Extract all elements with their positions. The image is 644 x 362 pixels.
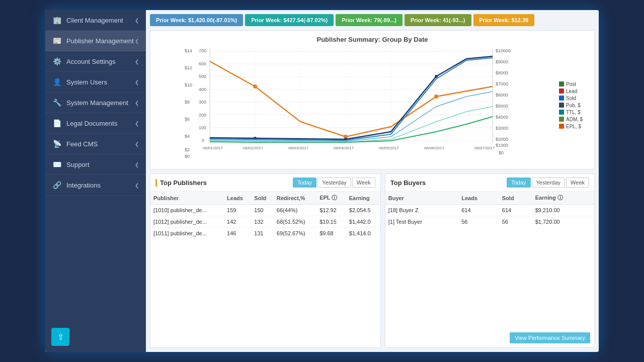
legend-label: EPL, $ xyxy=(566,124,581,129)
publishers-header: Top Publishers TodayYesterdayWeek xyxy=(150,174,380,192)
pub-tab-week[interactable]: Week xyxy=(352,177,375,188)
sidebar-label-system-users: System Users xyxy=(66,78,135,86)
publishers-table: PublisherLeadsSoldRedirect,%EPL ⓘEarning… xyxy=(150,192,380,239)
sidebar-item-system-users[interactable]: 👤 System Users ❮ xyxy=(45,72,146,93)
svg-text:$8: $8 xyxy=(185,100,190,105)
legend-label: Pub, $ xyxy=(566,103,581,108)
publishers-title: Top Publishers xyxy=(155,179,207,187)
sidebar-item-support[interactable]: ✉️ Support ❮ xyxy=(45,154,146,175)
svg-text:700: 700 xyxy=(199,48,206,53)
scroll-up-button[interactable]: ⇧ xyxy=(51,328,69,346)
legend-item-adm: ADM, $ xyxy=(559,117,589,122)
sidebar-arrow-integrations: ❮ xyxy=(135,183,139,188)
pub-cell-earning: $1,414.0 xyxy=(346,228,380,239)
sidebar-arrow-system-users: ❮ xyxy=(135,79,139,85)
pub-tab-today[interactable]: Today xyxy=(293,177,316,188)
legend-label: Sold xyxy=(566,96,576,101)
pub-col-publisher: Publisher xyxy=(150,192,224,205)
sidebar-arrow-system-management: ❮ xyxy=(135,100,139,106)
publishers-tab-group: TodayYesterdayWeek xyxy=(293,177,375,188)
pub-cell-leads: 159 xyxy=(224,205,251,216)
svg-text:$0: $0 xyxy=(499,150,504,155)
sidebar-item-legal-documents[interactable]: 📄 Legal Documents ❮ xyxy=(45,113,146,134)
buy-cell-leads: 614 xyxy=(458,205,499,216)
legend-dot xyxy=(559,96,564,101)
sidebar-label-legal-documents: Legal Documents xyxy=(66,120,135,127)
buy-table-row: [18] Buyer Z614614$9,210.00 xyxy=(385,205,594,216)
svg-text:$2: $2 xyxy=(185,147,190,152)
view-performance-button[interactable]: View Performance Summary xyxy=(510,332,590,343)
pub-cell-sold: 150 xyxy=(251,205,273,216)
pub-col-redirect: Redirect,% xyxy=(274,192,316,205)
svg-text:$4: $4 xyxy=(185,134,190,139)
buy-tab-today[interactable]: Today xyxy=(507,177,530,188)
svg-text:06/02/2017: 06/02/2017 xyxy=(243,146,264,150)
sidebar-item-client-management[interactable]: 🏢 Client Management ❮ xyxy=(45,10,146,31)
pub-cell-epl: $12.92 xyxy=(316,205,346,216)
svg-text:$6000: $6000 xyxy=(496,93,508,98)
pub-cell-redirect: 69(52.67%) xyxy=(274,228,316,239)
legend-item-sold: Sold xyxy=(559,96,589,101)
pub-cell-publisher: [1010] publisher_de... xyxy=(150,205,224,216)
legend-item-pub: Pub, $ xyxy=(559,103,589,108)
pub-cell-epl: $9.68 xyxy=(316,228,346,239)
svg-text:100: 100 xyxy=(199,125,206,130)
top-buyers-card: Top Buyers TodayYesterdayWeek BuyerLeads… xyxy=(385,173,595,348)
integrations-icon: 🔗 xyxy=(52,180,61,190)
top-publishers-card: Top Publishers TodayYesterdayWeek Publis… xyxy=(150,173,381,348)
stat-card-stat3: Prior Week: 79(-89...) xyxy=(336,14,403,26)
pub-cell-earning: $1,442.0 xyxy=(346,216,380,228)
svg-point-44 xyxy=(434,95,438,99)
buyers-title: Top Buyers xyxy=(390,179,426,187)
legend-dot xyxy=(559,103,564,108)
legal-documents-icon: 📄 xyxy=(52,119,61,128)
buy-col-leads: Leads xyxy=(458,192,499,205)
legend-item-post: Post xyxy=(559,81,589,87)
buy-cell-buyer: [1] Test Buyer xyxy=(385,216,458,228)
svg-text:0: 0 xyxy=(202,138,204,143)
sidebar-label-support: Support xyxy=(66,161,135,168)
svg-text:$1000: $1000 xyxy=(496,143,508,148)
sidebar-bottom: ⇧ xyxy=(45,322,146,352)
pub-tab-yesterday[interactable]: Yesterday xyxy=(317,177,351,188)
pub-table-row: [1012] publisher_de...14213268(51.52%)$1… xyxy=(150,216,380,228)
pub-cell-leads: 142 xyxy=(224,216,251,228)
svg-text:$10000: $10000 xyxy=(496,48,511,53)
account-settings-icon: ⚙️ xyxy=(52,57,61,66)
svg-text:$10: $10 xyxy=(185,82,192,87)
buy-cell-leads: 56 xyxy=(458,216,499,228)
buyers-table: BuyerLeadsSoldEarning ⓘ [18] Buyer Z6146… xyxy=(385,192,594,227)
buy-col-buyer: Buyer xyxy=(385,192,458,205)
sidebar-label-client-management: Client Management xyxy=(66,17,135,24)
buy-table-row: [1] Test Buyer5656$1,720.00 xyxy=(385,216,594,228)
svg-text:300: 300 xyxy=(199,100,206,105)
sidebar-label-feed-cms: Feed CMS xyxy=(66,140,135,148)
buy-cell-buyer: [18] Buyer Z xyxy=(385,205,458,216)
buy-cell-sold: 614 xyxy=(499,205,532,216)
svg-text:06/06/2017: 06/06/2017 xyxy=(424,146,445,150)
chart-legend: PostLeadSoldPub, $TTL, $ADM, $EPL, $ xyxy=(559,46,589,164)
sidebar-item-publisher-management[interactable]: 📰 Publisher Management ❮ xyxy=(45,31,146,51)
buyers-header: Top Buyers TodayYesterdayWeek xyxy=(385,174,594,192)
sidebar-arrow-support: ❮ xyxy=(135,162,139,167)
pub-cell-sold: 132 xyxy=(251,216,273,228)
buy-tab-week[interactable]: Week xyxy=(566,177,589,188)
pub-cell-sold: 131 xyxy=(251,228,273,239)
legend-dot xyxy=(559,110,564,115)
svg-text:400: 400 xyxy=(199,87,206,92)
sidebar-item-integrations[interactable]: 🔗 Integrations ❮ xyxy=(45,175,146,196)
svg-text:06/01/2017: 06/01/2017 xyxy=(203,146,223,150)
buy-tab-yesterday[interactable]: Yesterday xyxy=(532,177,566,188)
sidebar-item-feed-cms[interactable]: 📡 Feed CMS ❮ xyxy=(45,134,146,154)
svg-text:$6: $6 xyxy=(185,117,190,122)
buy-cell-sold: 56 xyxy=(499,216,532,228)
stats-bar: Prior Week: $1,420.00(-87.01%)Prior Week… xyxy=(146,10,599,28)
sidebar-item-account-settings[interactable]: ⚙️ Account Settings ❮ xyxy=(45,51,146,72)
svg-text:$8000: $8000 xyxy=(496,70,508,75)
legend-item-ttl: TTL, $ xyxy=(559,110,589,115)
svg-text:$0: $0 xyxy=(185,154,190,159)
pub-col-leads: Leads xyxy=(224,192,251,205)
stat-card-stat4: Prior Week: 41(-93...) xyxy=(405,14,471,26)
pub-cell-earning: $2,054.5 xyxy=(346,205,380,216)
sidebar-item-system-management[interactable]: 🔧 System Management ❮ xyxy=(45,93,146,113)
